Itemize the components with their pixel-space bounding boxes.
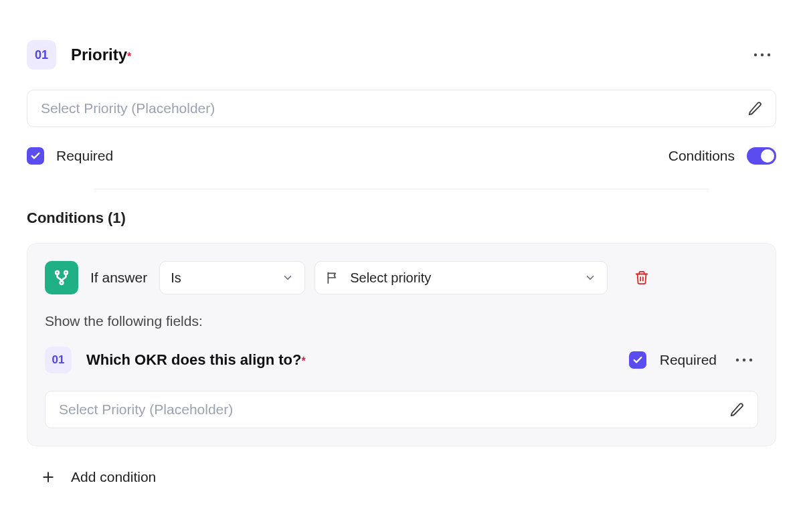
priority-placeholder-text: Select Priority (Placeholder) — [41, 100, 215, 116]
nested-field-header: 01 Which OKR does this align to?* Requir… — [45, 347, 758, 373]
nested-field-right: Required — [629, 351, 758, 369]
condition-branch-badge — [45, 261, 78, 294]
condition-value-left: Select priority — [326, 270, 431, 286]
field-title: Priority — [71, 46, 127, 64]
pencil-icon — [747, 101, 762, 116]
svg-point-10 — [749, 359, 752, 361]
conditions-toggle-label: Conditions — [668, 148, 735, 164]
condition-value-select[interactable]: Select priority — [315, 261, 608, 294]
required-label: Required — [56, 148, 113, 164]
divider — [94, 189, 709, 189]
trash-icon — [634, 270, 649, 285]
priority-placeholder-select[interactable]: Select Priority (Placeholder) — [27, 90, 776, 127]
show-following-label: Show the following fields: — [45, 313, 758, 329]
delete-condition-button[interactable] — [630, 266, 653, 289]
add-condition-label: Add condition — [71, 469, 156, 485]
condition-value-placeholder: Select priority — [350, 270, 431, 286]
branch-icon — [53, 269, 70, 286]
svg-point-8 — [736, 359, 739, 361]
add-condition-button[interactable]: Add condition — [27, 469, 776, 485]
nested-field-title-wrap: Which OKR does this align to?* — [86, 351, 306, 369]
nested-placeholder-text: Select Priority (Placeholder) — [59, 402, 233, 418]
field-settings-row: Required Conditions — [27, 147, 776, 165]
nested-field-left: 01 Which OKR does this align to?* — [45, 347, 306, 373]
chevron-down-icon — [282, 272, 294, 284]
nested-required-checkbox[interactable] — [629, 351, 646, 369]
pencil-icon — [729, 402, 744, 417]
nested-required-label: Required — [660, 352, 717, 368]
operator-select[interactable]: Is — [159, 261, 305, 294]
more-horizontal-icon — [735, 358, 753, 362]
nested-edit-placeholder-button[interactable] — [729, 402, 744, 417]
plus-icon — [41, 470, 55, 484]
svg-point-9 — [743, 359, 745, 361]
required-control: Required — [27, 147, 113, 165]
svg-point-1 — [761, 54, 764, 56]
nested-placeholder-select[interactable]: Select Priority (Placeholder) — [45, 391, 758, 428]
field-header-left: 01 Priority* — [27, 40, 131, 70]
field-header: 01 Priority* — [27, 40, 776, 70]
condition-row: If answer Is Select priority — [45, 261, 758, 294]
check-icon — [30, 151, 41, 161]
required-checkbox[interactable] — [27, 147, 44, 165]
nested-field-number-badge: 01 — [45, 347, 72, 373]
edit-placeholder-button[interactable] — [747, 101, 762, 116]
chevron-down-icon — [584, 272, 596, 284]
nested-field-title: Which OKR does this align to? — [86, 351, 301, 368]
more-horizontal-icon — [753, 53, 771, 57]
more-options-button[interactable] — [748, 49, 776, 61]
field-title-wrap: Priority* — [71, 46, 131, 64]
svg-point-2 — [768, 54, 770, 56]
operator-value: Is — [171, 270, 181, 286]
required-asterisk: * — [301, 355, 305, 367]
if-answer-label: If answer — [90, 270, 147, 286]
required-asterisk: * — [127, 51, 131, 62]
conditions-toggle-group: Conditions — [668, 147, 776, 165]
nested-more-options-button[interactable] — [730, 354, 758, 366]
flag-icon — [326, 271, 339, 284]
svg-point-0 — [754, 54, 757, 56]
conditions-heading: Conditions (1) — [27, 209, 776, 227]
conditions-toggle[interactable] — [747, 147, 776, 165]
conditions-card: If answer Is Select priority Show the fo… — [27, 243, 776, 446]
field-number-badge: 01 — [27, 40, 56, 70]
check-icon — [632, 355, 643, 365]
